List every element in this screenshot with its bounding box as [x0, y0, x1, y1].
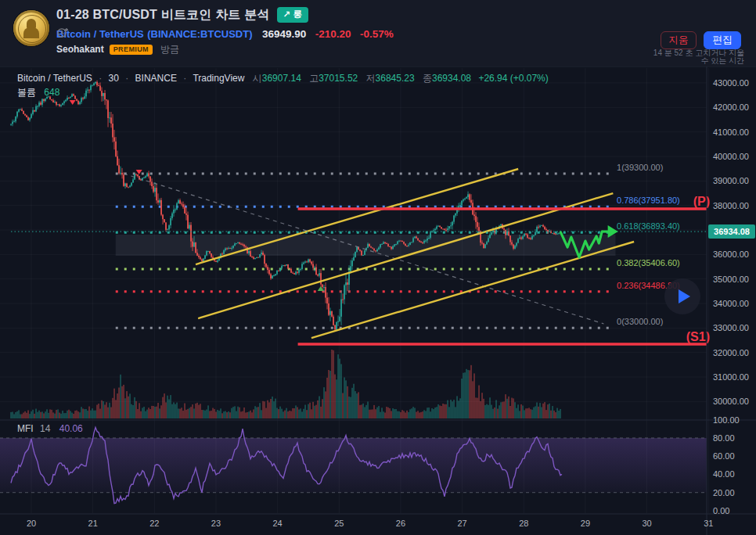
high-label: 고	[309, 73, 319, 84]
svg-text:31: 31	[704, 519, 713, 528]
price-change-pct: -0.57%	[360, 28, 394, 40]
svg-text:(S1): (S1)	[686, 330, 710, 343]
svg-text:0(33000.00): 0(33000.00)	[617, 317, 663, 326]
svg-text:28: 28	[519, 519, 528, 528]
svg-text:23: 23	[211, 519, 221, 528]
last-price: 36949.90	[262, 28, 306, 40]
svg-text:41000.00: 41000.00	[713, 127, 749, 137]
high-value: 37015.52	[319, 73, 358, 84]
svg-text:26: 26	[396, 519, 405, 528]
edit-countdown-text: 14 분 52 초 고치거나 지울 수 있는 시간	[652, 49, 744, 64]
edit-button[interactable]: 편집	[704, 31, 741, 49]
svg-text:1(39300.00): 1(39300.00)	[617, 163, 663, 172]
svg-text:42000.00: 42000.00	[713, 102, 749, 112]
premium-badge: PREMIUM	[110, 45, 153, 55]
mfi-legend[interactable]: MFI 14 40.06	[17, 423, 83, 434]
volume-legend[interactable]: 볼륨 648	[17, 86, 59, 99]
svg-text:36000.00: 36000.00	[713, 250, 749, 259]
svg-text:36934.08: 36934.08	[714, 227, 750, 236]
legend-brand[interactable]: TradingView	[193, 73, 244, 84]
svg-text:43000.00: 43000.00	[713, 78, 749, 88]
legend-symbol[interactable]: Bitcoin / TetherUS	[17, 73, 92, 84]
svg-text:24: 24	[273, 519, 283, 528]
svg-text:31000.00: 31000.00	[713, 372, 749, 382]
svg-text:29: 29	[581, 519, 590, 528]
long-badge: ↗ 롱	[277, 7, 308, 23]
svg-text:0.382(35406.60): 0.382(35406.60)	[617, 258, 680, 268]
arrow-up-right-icon: ↗	[283, 9, 291, 19]
svg-text:27: 27	[457, 519, 466, 528]
svg-text:39000.00: 39000.00	[713, 176, 749, 185]
svg-text:25: 25	[334, 519, 344, 528]
svg-text:40000.00: 40000.00	[713, 152, 749, 161]
play-icon	[679, 289, 690, 303]
svg-text:22: 22	[149, 519, 159, 528]
bar-change: +26.94 (+0.07%)	[478, 73, 548, 84]
mfi-length: 14	[40, 423, 50, 434]
idea-page: { "header": { "title": "01-28 BTC/USDT 비…	[0, 0, 756, 535]
idea-title: 01-28 BTC/USDT 비트코인 차트 분석	[56, 8, 270, 21]
exchange-link[interactable]: (BINANCE:BTCUSDT)	[147, 28, 252, 40]
svg-text:32000.00: 32000.00	[713, 348, 749, 357]
delete-button[interactable]: 지움	[661, 31, 697, 49]
svg-text:21: 21	[88, 519, 98, 528]
author-name[interactable]: Seohakant	[56, 44, 104, 55]
svg-text:30: 30	[642, 519, 651, 528]
current-price-badge: 36934.08	[708, 224, 755, 239]
svg-text:80.00: 80.00	[713, 433, 735, 443]
low-value: 36845.23	[376, 73, 415, 84]
svg-text:0.786(37951.80): 0.786(37951.80)	[617, 196, 680, 205]
svg-text:40.00: 40.00	[713, 469, 735, 479]
play-button[interactable]	[664, 278, 700, 314]
volume-label: 볼륨	[17, 87, 36, 98]
mfi-value: 40.06	[59, 423, 83, 434]
avatar-coin-figure-body	[23, 27, 39, 38]
close-value: 36934.08	[432, 73, 471, 84]
svg-text:0.618(36893.40): 0.618(36893.40)	[617, 221, 680, 231]
svg-text:35000.00: 35000.00	[713, 275, 749, 284]
svg-text:38000.00: 38000.00	[713, 201, 749, 210]
idea-header: 01-28 BTC/USDT 비트코인 차트 분석↗ 롱 Bitcoin / T…	[0, 0, 756, 66]
mfi-label: MFI	[17, 423, 34, 434]
published-time: 방금	[160, 44, 179, 55]
svg-text:60.00: 60.00	[713, 451, 735, 461]
volume-value: 648	[44, 87, 59, 98]
close-label: 종	[423, 73, 432, 84]
svg-text:20.00: 20.00	[713, 488, 735, 497]
chart-background	[0, 66, 756, 535]
open-label: 시	[253, 73, 262, 84]
svg-text:(P): (P)	[693, 195, 710, 208]
svg-text:100.00: 100.00	[713, 415, 740, 425]
low-label: 저	[366, 73, 376, 84]
svg-text:0.00: 0.00	[713, 506, 729, 515]
svg-text:30000.00: 30000.00	[713, 397, 749, 406]
svg-text:20: 20	[27, 519, 36, 528]
legend-exchange: BINANCE	[135, 73, 177, 84]
svg-text:34000.00: 34000.00	[713, 299, 749, 308]
avatar[interactable]	[13, 10, 49, 46]
price-change: -210.20	[315, 28, 351, 40]
svg-text:33000.00: 33000.00	[713, 323, 749, 332]
open-value: 36907.14	[262, 73, 301, 84]
legend-interval[interactable]: 30	[109, 73, 119, 84]
chart-legend[interactable]: Bitcoin / TetherUS · 30 · BINANCE · Trad…	[17, 72, 549, 85]
